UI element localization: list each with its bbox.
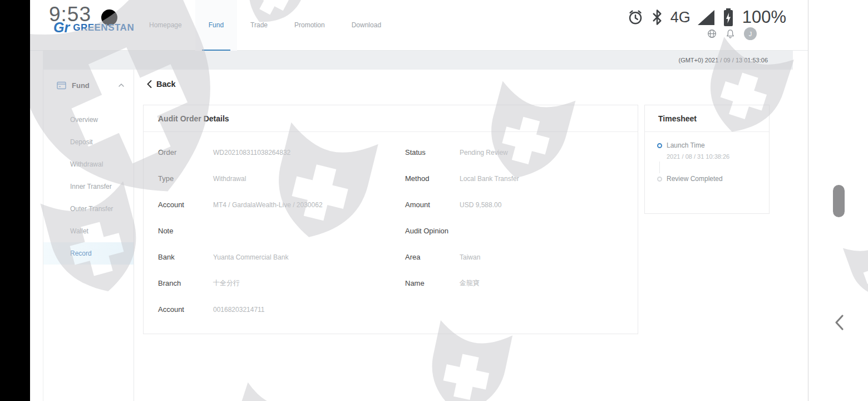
detail-row: Note Audit Opinion (144, 218, 638, 244)
bluetooth-icon (651, 9, 663, 26)
sidebar-item-record[interactable]: Record (43, 242, 134, 265)
nav-homepage[interactable]: Homepage (136, 0, 195, 51)
detail-row: Account00168203214711 (144, 296, 638, 322)
main-nav: Homepage Fund Trade Promotion Download (136, 0, 394, 51)
field-value: MT4 / GardalaWealth-Live / 2030062 (213, 201, 323, 209)
field-label: Method (405, 174, 460, 183)
header-actions: J (707, 27, 757, 40)
sidebar-section-label: Fund (72, 81, 118, 90)
sidebar-item-inner-transfer[interactable]: Inner Transfer (43, 175, 134, 198)
screen: 9:53 4G (0, 0, 868, 401)
site-header: Gr GREENSTAN Homepage Fund Trade Promoti… (30, 35, 808, 51)
field-label: Name (405, 279, 460, 287)
edge-back-chevron-icon[interactable] (832, 313, 847, 332)
timeline-event-label: Review Completed (667, 175, 723, 183)
nav-trade[interactable]: Trade (237, 0, 281, 51)
cards-row: Audit Order Details OrderWD2021083110382… (143, 105, 793, 334)
alarm-icon (627, 9, 644, 26)
field-label: Account (158, 305, 213, 314)
timeline-event-time: 2021 / 08 / 31 10:38:26 (667, 153, 760, 160)
field-label: Area (405, 253, 460, 261)
detail-row: TypeWithdrawal MethodLocal Bank Transfer (144, 165, 638, 192)
field-label: Branch (158, 279, 213, 287)
chevron-up-icon (118, 83, 125, 87)
sidebar-item-withdrawal[interactable]: Withdrawal (43, 153, 134, 175)
wallet-icon (57, 81, 66, 90)
field-label: Audit Opinion (405, 227, 460, 235)
language-icon[interactable] (707, 29, 717, 38)
notification-bell-icon[interactable] (726, 29, 734, 38)
user-avatar[interactable]: J (744, 27, 757, 40)
network-type-text: 4G (670, 9, 691, 26)
detail-row: Branch十全分行 Name金龍寶 (144, 270, 638, 296)
timesheet-card: Timesheet Launch Time 2021 / 08 / 31 10:… (644, 105, 770, 214)
sidebar-section-fund[interactable]: Fund (43, 70, 134, 101)
page-content: Fund Overview Deposit Withdrawal Inner T… (43, 70, 793, 401)
server-time-bar: (GMT+0) 2021 / 09 / 13 01:53:06 (43, 51, 793, 70)
timeline-event-label: Launch Time (667, 141, 705, 149)
timesheet-timeline: Launch Time 2021 / 08 / 31 10:38:26 Revi… (645, 132, 769, 183)
field-label: Account (158, 200, 213, 209)
brand-name: GREENSTAN (73, 22, 134, 33)
fund-sidebar: Fund Overview Deposit Withdrawal Inner T… (43, 70, 134, 401)
chevron-left-icon (146, 80, 152, 89)
sidebar-item-overview[interactable]: Overview (43, 109, 134, 131)
field-value: Yuanta Commercial Bank (213, 253, 288, 261)
timeline-dot-active-icon (657, 143, 662, 148)
sidebar-item-outer-transfer[interactable]: Outer Transfer (43, 198, 134, 220)
nav-download[interactable]: Download (338, 0, 394, 51)
field-value: 金龍寶 (460, 278, 480, 288)
field-label: Bank (158, 253, 213, 261)
timeline-event-review: Review Completed (657, 175, 760, 183)
brand-logo-icon: Gr (53, 21, 70, 35)
field-value: Taiwan (460, 253, 480, 261)
detail-row: AccountMT4 / GardalaWealth-Live / 203006… (144, 192, 638, 218)
field-label: Order (158, 148, 213, 157)
signal-icon (698, 10, 714, 25)
field-value: WD202108311038264832 (213, 149, 290, 157)
timesheet-title: Timesheet (645, 105, 769, 132)
sidebar-item-deposit[interactable]: Deposit (43, 131, 134, 153)
field-label: Status (405, 148, 460, 157)
field-value: Local Bank Transfer (460, 175, 519, 183)
sidebar-item-wallet[interactable]: Wallet (43, 220, 134, 242)
brand-logo[interactable]: Gr GREENSTAN (53, 21, 134, 35)
field-label: Type (158, 174, 213, 183)
status-icons: 4G 100% (627, 8, 786, 27)
screen-letterbox-bar (0, 0, 30, 401)
timeline-dot-pending-icon (657, 177, 662, 182)
detail-row: BankYuanta Commercial Bank AreaTaiwan (144, 244, 638, 270)
system-edge-panel (808, 0, 868, 401)
scrollbar-thumb[interactable] (833, 185, 845, 217)
field-value: Withdrawal (213, 175, 246, 183)
field-value: Pending Review (460, 149, 508, 157)
app-window: 9:53 4G (30, 0, 808, 401)
details-body: OrderWD202108311038264832 StatusPending … (144, 132, 638, 322)
field-label: Amount (405, 200, 460, 209)
back-button[interactable]: Back (146, 77, 196, 91)
field-label: Note (158, 227, 213, 235)
timeline-connector (659, 162, 760, 173)
back-label: Back (156, 80, 176, 89)
battery-charging-icon (722, 7, 735, 27)
audit-order-details-card: Audit Order Details OrderWD2021083110382… (143, 105, 638, 334)
main-panel: Back Audit Order Details OrderWD20210831… (134, 70, 793, 401)
field-value: 00168203214711 (213, 306, 265, 314)
detail-row: OrderWD202108311038264832 StatusPending … (144, 139, 638, 165)
field-value: 十全分行 (213, 278, 240, 288)
nav-fund[interactable]: Fund (195, 0, 237, 51)
field-value: USD 9,588.00 (460, 201, 501, 209)
nav-promotion[interactable]: Promotion (281, 0, 338, 51)
timeline-event-launch: Launch Time (657, 141, 760, 149)
details-card-title: Audit Order Details (144, 105, 638, 132)
battery-percent-text: 100% (742, 7, 786, 27)
